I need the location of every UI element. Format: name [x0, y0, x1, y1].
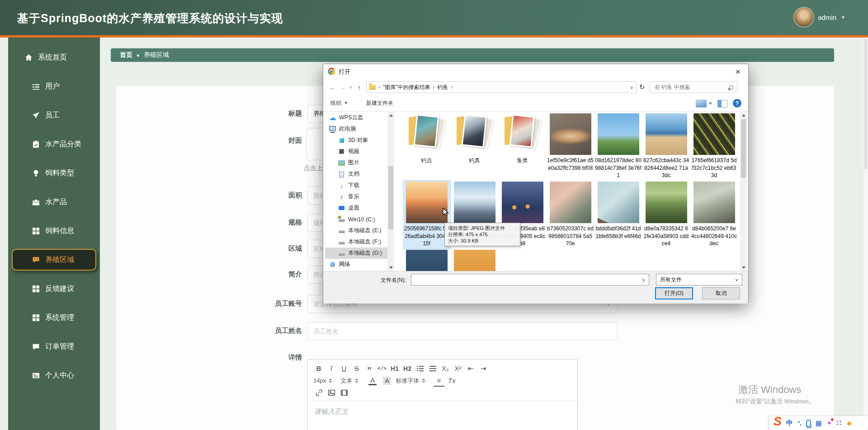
magic-wand-icon[interactable]: ✦	[826, 419, 832, 427]
scroll-up-icon[interactable]	[742, 114, 745, 117]
editor-body[interactable]: 请输入正文	[308, 401, 577, 422]
heading2-button[interactable]: H2	[402, 363, 413, 374]
avatar[interactable]	[794, 8, 813, 27]
preview-pane-icon[interactable]	[717, 100, 727, 108]
format-select[interactable]: 文本	[340, 377, 359, 385]
tree-item-drive-c[interactable]: Win10 (C:)	[325, 214, 387, 225]
ordered-list-button[interactable]	[415, 363, 425, 374]
file-item[interactable]: 1ef50e9c3f61ae d5e0a32ffc7398 bf08	[547, 112, 594, 181]
font-size-select[interactable]: 14px	[313, 377, 332, 384]
outdent-button[interactable]: ⇤	[465, 363, 476, 374]
user-menu[interactable]: admin ▼	[794, 8, 845, 27]
sidebar-item-feedback[interactable]: 反馈建议	[12, 278, 96, 299]
sidebar-item-feed-info[interactable]: 饲料信息	[12, 220, 96, 242]
search-box[interactable]	[650, 81, 737, 93]
font-family-select[interactable]: 标准字体	[396, 377, 425, 385]
tree-item-downloads[interactable]: ↓下载	[325, 180, 387, 191]
image-icon[interactable]	[326, 388, 337, 398]
code-button[interactable]: </>	[377, 363, 387, 374]
bullet-list-button[interactable]	[427, 363, 438, 374]
tree-item-wps-cloud[interactable]: ☁WPS云盘	[325, 112, 387, 123]
file-item[interactable]: d8e0a78335342 62fe340a58903 cddce4	[642, 181, 690, 249]
apps-grid-icon[interactable]: ∷	[837, 419, 841, 427]
tree-item-drive-g[interactable]: 本地磁盘 (G:)	[325, 248, 387, 259]
sidebar-item-feed-type[interactable]: 饲料类型	[12, 162, 96, 184]
breadcrumb-home[interactable]: 首页	[120, 51, 132, 59]
file-item[interactable]: bdddfabf36d2f 41d1bfe656b3f e6f46d	[594, 181, 642, 249]
address-search-results[interactable]: "图库"中的搜索结果	[383, 84, 430, 91]
bold-button[interactable]: B	[313, 363, 324, 374]
search-input[interactable]	[654, 84, 729, 91]
filename-combo[interactable]: ∨	[411, 274, 649, 285]
file-item[interactable]: 827c62cba443c 34826442d8ee2 71a3dc	[642, 112, 690, 181]
file-item[interactable]: b73605203307c ed98566010784 5a570e	[547, 181, 594, 249]
tree-item-videos[interactable]: 视频	[325, 146, 387, 157]
address-dropdown-icon[interactable]: ∨	[630, 85, 633, 90]
folder-item[interactable]: 钓具	[451, 112, 498, 181]
sidebar-item-system[interactable]: 系统管理	[12, 307, 96, 328]
emoji-icon[interactable]: ☻	[846, 419, 853, 427]
microphone-icon[interactable]	[806, 420, 811, 427]
open-button[interactable]: 打开(O)	[655, 287, 693, 299]
file-item[interactable]	[451, 249, 498, 271]
thumbnail-view-icon[interactable]	[696, 100, 707, 108]
strikethrough-button[interactable]: S	[351, 363, 362, 374]
tree-item-desktop[interactable]: 桌面	[325, 202, 387, 214]
video-icon[interactable]	[339, 388, 349, 398]
sidebar-item-product-category[interactable]: 水产品分类	[12, 133, 96, 155]
tree-item-3d-objects[interactable]: 3D 对象	[325, 135, 387, 146]
subscript-button[interactable]: X₂	[440, 363, 451, 374]
keyboard-icon[interactable]: ▦	[816, 419, 822, 427]
file-item[interactable]: 1765ef661837d 5df32c7c1bc52 eb633d	[690, 112, 738, 181]
tree-item-documents[interactable]: 文档	[325, 168, 387, 180]
files-scrollbar[interactable]	[740, 112, 747, 271]
address-bar[interactable]: › "图库"中的搜索结果 › 钓鱼 › ∨	[366, 81, 637, 93]
italic-button[interactable]: I	[326, 363, 337, 374]
superscript-button[interactable]: X²	[453, 363, 463, 374]
sidebar-item-home[interactable]: 系统首页	[12, 47, 96, 68]
history-dropdown-icon[interactable]: ∨	[348, 85, 354, 89]
file-item[interactable]	[403, 249, 450, 271]
chevron-down-icon[interactable]: ∨	[642, 277, 645, 282]
sidebar-item-breeding-area[interactable]: 养殖区域	[12, 249, 96, 271]
text-color-button[interactable]: A	[368, 376, 377, 385]
indent-button[interactable]: ⇥	[478, 363, 489, 374]
organize-button[interactable]: 组织	[330, 99, 341, 107]
link-icon[interactable]	[313, 388, 324, 398]
sidebar-item-product[interactable]: 水产品	[12, 191, 96, 213]
blockquote-button[interactable]: ”	[364, 361, 375, 376]
scroll-down-icon[interactable]	[389, 266, 393, 269]
tree-item-pictures[interactable]: 图片	[325, 157, 387, 168]
scroll-down-icon[interactable]	[742, 266, 745, 269]
sidebar-item-profile[interactable]: 个人中心	[12, 365, 96, 386]
staff-name-input[interactable]	[307, 322, 618, 340]
close-icon[interactable]: ×	[727, 64, 748, 79]
tree-item-this-pc[interactable]: 此电脑	[325, 123, 387, 135]
heading1-button[interactable]: H1	[389, 363, 400, 374]
tree-item-drive-e[interactable]: 本地磁盘 (E:)	[325, 225, 387, 236]
folder-item[interactable]: 鱼类	[499, 112, 546, 181]
file-item[interactable]: d84b065200e7 6e4cc44802649 410cdec	[690, 181, 738, 249]
sidebar-item-orders[interactable]: 订单管理	[12, 336, 96, 357]
highlight-color-button[interactable]: A	[383, 377, 391, 385]
new-folder-button[interactable]: 新建文件夹	[366, 99, 393, 107]
folder-item[interactable]: 钓点	[403, 112, 450, 181]
clear-format-button[interactable]: Tx	[446, 375, 457, 386]
forward-icon[interactable]: →	[337, 84, 348, 91]
sidebar-item-staff[interactable]: 员工	[12, 104, 96, 126]
chevron-down-icon[interactable]: ▼	[708, 101, 712, 106]
address-current-folder[interactable]: 钓鱼	[438, 84, 448, 91]
ime-punctuation-toggle[interactable]: °,	[797, 420, 802, 426]
sogou-logo[interactable]: S	[774, 415, 782, 429]
up-icon[interactable]: ↑	[354, 84, 364, 91]
underline-button[interactable]: U	[339, 363, 349, 374]
sidebar-item-users[interactable]: 用户	[12, 75, 96, 97]
line-height-button[interactable]: ≡	[434, 374, 444, 387]
back-icon[interactable]: ←	[327, 84, 337, 91]
refresh-icon[interactable]: ↻	[637, 83, 647, 91]
tree-scrollbar[interactable]	[387, 112, 394, 271]
cancel-button[interactable]: 取消	[702, 287, 740, 299]
file-item[interactable]: 08d1621978dec 8098814c736ef 3e76f1	[594, 112, 642, 181]
tree-item-drive-f[interactable]: 本地磁盘 (F:)	[325, 236, 387, 248]
page-scrollbar[interactable]	[863, 37, 868, 430]
